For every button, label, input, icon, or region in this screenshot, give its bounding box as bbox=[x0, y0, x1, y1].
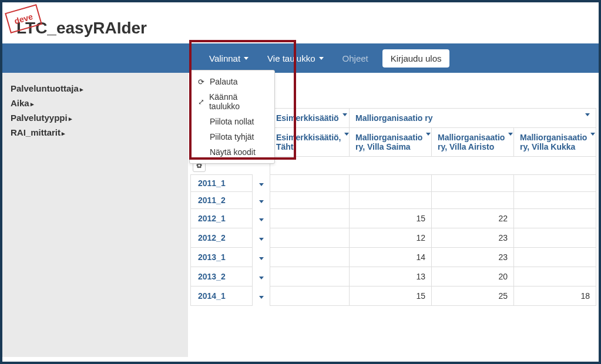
row-header[interactable]: 2013_2 bbox=[190, 267, 252, 286]
data-cell: 23 bbox=[431, 247, 513, 267]
sidebar: Palveluntuottaja Aika Palvelutyyppi RAI_… bbox=[2, 73, 188, 357]
col-header-label: Malliorganisaatio ry, Villa Saima bbox=[355, 133, 422, 151]
caret-down-icon bbox=[319, 57, 324, 60]
dropdown-nayta-koodit[interactable]: Näytä koodit bbox=[190, 144, 274, 160]
caret-down-icon[interactable] bbox=[259, 238, 264, 241]
table-row: 2012_11522 bbox=[190, 208, 596, 228]
table-row: 2013_21320 bbox=[190, 267, 596, 286]
caret-down-icon[interactable] bbox=[259, 200, 264, 203]
sidebar-item-palvelutyyppi[interactable]: Palvelutyyppi bbox=[11, 112, 180, 124]
dropdown-palauta[interactable]: ⟳ Palauta bbox=[190, 74, 274, 89]
table-row: 2011_1 bbox=[190, 174, 596, 191]
caret-down-icon bbox=[244, 57, 249, 60]
col-header-label: Malliorganisaatio ry, Villa Kukka bbox=[520, 133, 587, 151]
nav-vie-taulukko-label: Vie taulukko bbox=[267, 53, 315, 63]
group-header-label: Malliorganisaatio ry bbox=[355, 113, 432, 123]
data-cell bbox=[270, 267, 349, 286]
data-cell bbox=[431, 191, 513, 208]
data-cell bbox=[270, 228, 349, 247]
main: Palveluntuottaja Aika Palvelutyyppi RAI_… bbox=[2, 73, 599, 357]
caret-down-icon bbox=[344, 133, 349, 136]
caret-down-icon[interactable] bbox=[259, 277, 264, 279]
navbar: Valinnat Vie taulukko Ohjeet Kirjaudu ul… bbox=[2, 43, 599, 73]
data-cell: 15 bbox=[349, 208, 431, 228]
data-cell: 25 bbox=[431, 286, 513, 305]
sidebar-item-palveluntuottaja[interactable]: Palveluntuottaja bbox=[11, 82, 180, 95]
caret-down-icon bbox=[585, 113, 590, 116]
col-header-1[interactable]: Malliorganisaatio ry, Villa Saima bbox=[349, 128, 431, 157]
row-header[interactable]: 2012_1 bbox=[190, 208, 252, 228]
data-cell bbox=[513, 228, 596, 247]
data-cell: 12 bbox=[349, 228, 431, 247]
col-header-label: Malliorganisaatio ry, Villa Airisto bbox=[438, 133, 505, 151]
data-cell bbox=[513, 208, 596, 228]
group-header-esimerkkisaatio[interactable]: Esimerkkisäätiö bbox=[270, 109, 349, 128]
caret-down-icon[interactable] bbox=[259, 218, 264, 221]
data-cell bbox=[513, 267, 596, 286]
app-header: deve LTC_easyRAIder bbox=[2, 2, 599, 43]
table-row: 2011_2 bbox=[190, 191, 596, 208]
data-cell bbox=[513, 174, 596, 191]
table-row: 2012_21223 bbox=[190, 228, 596, 247]
data-cell bbox=[270, 174, 349, 191]
dropdown-piilota-tyhjat[interactable]: Piilota tyhjät bbox=[190, 129, 274, 144]
row-header[interactable]: 2013_1 bbox=[190, 247, 252, 267]
data-cell bbox=[270, 286, 349, 305]
nav-valinnat-label: Valinnat bbox=[209, 53, 240, 63]
table-row: 2013_11423 bbox=[190, 247, 596, 267]
row-header[interactable]: 2011_1 bbox=[190, 174, 252, 191]
data-cell: 20 bbox=[431, 267, 513, 286]
caret-down-icon bbox=[590, 133, 595, 136]
content-area: ⟳ Palauta ⤢ Käännä taulukko Piilota noll… bbox=[188, 73, 599, 357]
data-cell bbox=[349, 174, 431, 191]
data-cell: 23 bbox=[431, 228, 513, 247]
dropdown-kaanna-label: Käännä taulukko bbox=[209, 92, 266, 111]
dropdown-piilota-nollat-label: Piilota nollat bbox=[210, 117, 254, 126]
dropdown-piilota-nollat[interactable]: Piilota nollat bbox=[190, 114, 274, 129]
data-cell bbox=[270, 191, 349, 208]
logout-button[interactable]: Kirjaudu ulos bbox=[382, 49, 450, 68]
data-cell: 18 bbox=[513, 286, 596, 305]
data-cell bbox=[513, 247, 596, 267]
table-row: 2014_1152518 bbox=[190, 286, 596, 305]
data-cell: 13 bbox=[349, 267, 431, 286]
dropdown-kaanna[interactable]: ⤢ Käännä taulukko bbox=[190, 89, 274, 114]
data-cell bbox=[270, 208, 349, 228]
data-cell bbox=[270, 247, 349, 267]
caret-down-icon bbox=[508, 133, 513, 136]
col-header-label: Esimerkkisäätiö, Tähti bbox=[276, 133, 341, 151]
sidebar-item-rai-mittarit[interactable]: RAI_mittarit bbox=[11, 126, 180, 139]
row-header[interactable]: 2014_1 bbox=[190, 286, 252, 305]
data-cell: 15 bbox=[349, 286, 431, 305]
dropdown-palauta-label: Palauta bbox=[210, 77, 237, 86]
caret-down-icon[interactable] bbox=[259, 296, 264, 299]
col-header-0[interactable]: Esimerkkisäätiö, Tähti bbox=[270, 128, 349, 157]
app-title: LTC_easyRAIder bbox=[16, 19, 589, 38]
dropdown-piilota-tyhjat-label: Piilota tyhjät bbox=[210, 132, 254, 141]
group-header-label: Esimerkkisäätiö bbox=[276, 113, 339, 123]
col-header-2[interactable]: Malliorganisaatio ry, Villa Airisto bbox=[431, 128, 513, 157]
data-cell bbox=[513, 191, 596, 208]
data-cell: 14 bbox=[349, 247, 431, 267]
row-header[interactable]: 2012_2 bbox=[190, 228, 252, 247]
col-header-3[interactable]: Malliorganisaatio ry, Villa Kukka bbox=[513, 128, 596, 157]
refresh-icon: ⟳ bbox=[198, 77, 206, 86]
data-cell: 22 bbox=[431, 208, 513, 228]
row-header[interactable]: 2011_2 bbox=[190, 191, 252, 208]
caret-down-icon[interactable] bbox=[259, 183, 264, 186]
group-header-malliorganisaatio[interactable]: Malliorganisaatio ry bbox=[349, 109, 596, 128]
expand-icon: ⤢ bbox=[198, 97, 206, 106]
nav-ohjeet[interactable]: Ohjeet bbox=[333, 45, 378, 72]
data-cell bbox=[431, 174, 513, 191]
sidebar-item-aika[interactable]: Aika bbox=[11, 97, 180, 109]
caret-down-icon bbox=[343, 113, 347, 116]
caret-down-icon bbox=[426, 133, 431, 136]
nav-valinnat[interactable]: Valinnat bbox=[200, 45, 258, 72]
data-cell bbox=[349, 191, 431, 208]
dropdown-nayta-koodit-label: Näytä koodit bbox=[210, 147, 256, 157]
valinnat-dropdown: ⟳ Palauta ⤢ Käännä taulukko Piilota noll… bbox=[189, 70, 275, 164]
caret-down-icon[interactable] bbox=[259, 257, 264, 260]
nav-vie-taulukko[interactable]: Vie taulukko bbox=[258, 45, 333, 72]
